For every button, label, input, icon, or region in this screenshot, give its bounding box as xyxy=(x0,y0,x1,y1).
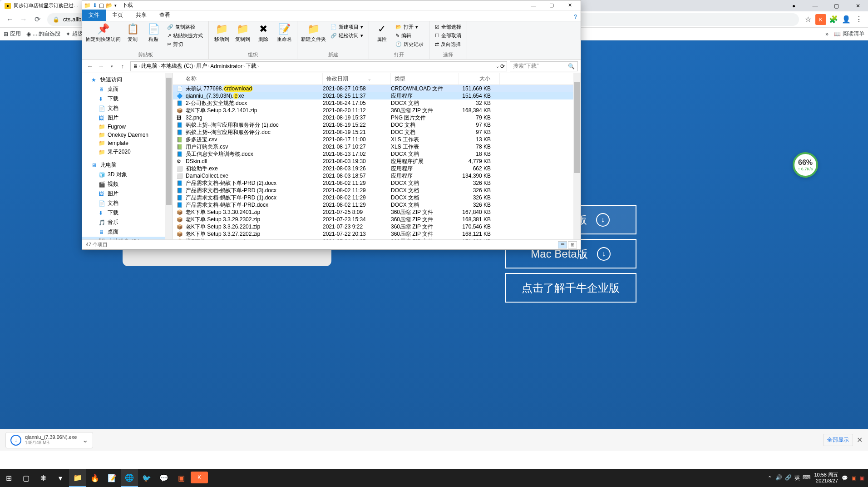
tab-share[interactable]: 共享 xyxy=(129,10,153,21)
nav-fugrow[interactable]: 📁Fugrow xyxy=(82,123,173,131)
copy-path-button[interactable]: 🔗复制路径 xyxy=(165,23,205,31)
tab-home[interactable]: 主页 xyxy=(106,10,129,21)
nav-pictures[interactable]: 🖼图片 xyxy=(82,113,173,123)
taskbar-wechat[interactable]: 💬 xyxy=(155,469,173,487)
newfolder-button[interactable]: 📁新建文件夹 xyxy=(301,23,326,43)
select-all-button[interactable]: ☑全部选择 xyxy=(433,23,463,31)
enterprise-button[interactable]: 点击了解千牛企业版 xyxy=(505,273,636,303)
nav-desktop[interactable]: 🖥桌面 xyxy=(82,84,173,94)
tab-view[interactable]: 查看 xyxy=(153,10,177,21)
profile-icon[interactable]: 👤 xyxy=(841,14,852,25)
col-name[interactable]: 名称 xyxy=(173,73,323,84)
file-row[interactable]: 📦老K下单 Setup 3.3.27.2202.zip2021-07-22 20… xyxy=(173,230,581,238)
up-icon[interactable]: ↑ xyxy=(118,61,128,71)
refresh-icon[interactable]: ⟳ xyxy=(500,63,505,70)
nav-downloads2[interactable]: ⬇下载 xyxy=(82,208,173,218)
nav-guozi[interactable]: 📁果子2020 xyxy=(82,147,173,157)
file-list[interactable]: 名称 修改日期 ⌄ 类型 大小 📄未确认 777698.crdownload20… xyxy=(173,73,581,239)
volume-icon[interactable]: 🔊 xyxy=(775,474,782,482)
taskbar-app-2[interactable]: ▾ xyxy=(52,469,69,487)
file-row[interactable]: 📘产品需求文档-蚂蚁下单-PRD (3).docx2021-08-02 11:2… xyxy=(173,187,581,194)
paste-button[interactable]: 📄粘贴 xyxy=(144,23,163,43)
tray-app-2[interactable]: ▣ xyxy=(860,475,864,481)
download-bar-close-icon[interactable]: ✕ xyxy=(857,436,863,444)
task-view-icon[interactable]: ▢ xyxy=(17,469,35,487)
nav-pictures2[interactable]: 🖼图片 xyxy=(82,189,173,199)
back-icon[interactable]: ← xyxy=(4,13,16,26)
file-row[interactable]: 📘产品需求文档-蚂蚁下单-PRD (2).docx2021-08-02 11:2… xyxy=(173,179,581,187)
crumb-administrator[interactable]: Administrator› xyxy=(210,63,245,70)
qat-down-icon[interactable]: ⬇ xyxy=(93,2,97,9)
cut-button[interactable]: ✂剪切 xyxy=(165,40,205,48)
file-row[interactable]: 🔷qianniu_(7.39.03N).exe2021-08-25 11:37应… xyxy=(173,92,581,99)
delete-button[interactable]: ✖删除 xyxy=(254,23,272,43)
close-icon[interactable]: ✕ xyxy=(561,0,579,10)
nav-music[interactable]: 🎵音乐 xyxy=(82,218,173,227)
file-scrollbar[interactable] xyxy=(573,73,581,239)
easy-access-button[interactable]: 🔗轻松访问 ▾ xyxy=(329,32,365,40)
ext-k-icon[interactable]: K xyxy=(815,14,826,25)
col-size[interactable]: 大小 xyxy=(459,73,500,84)
taskbar-app-1[interactable]: ❋ xyxy=(35,469,52,487)
ime-label[interactable]: 英 xyxy=(794,474,800,482)
edit-button[interactable]: ✎编辑 xyxy=(394,32,425,40)
crumb-this-pc[interactable]: 此电脑› xyxy=(141,62,160,70)
nav-template[interactable]: 📁template xyxy=(82,139,173,147)
forward-icon[interactable]: → xyxy=(96,61,106,71)
properties-button[interactable]: ✓属性 xyxy=(373,23,391,43)
explorer-titlebar[interactable]: 📁 ⬇ ▢ 📂 ▾ 下载 — ▢ ✕ xyxy=(82,0,581,10)
file-row[interactable]: 📘蚂蚁上货--淘宝应用和服务评分.doc2021-08-19 15:21DOC … xyxy=(173,129,581,136)
nav-documents[interactable]: 📄文档 xyxy=(82,104,173,113)
nav-onekey[interactable]: 📁Onekey Daemon xyxy=(82,131,173,139)
file-row[interactable]: 📘2-公司数据安全规范.docx2021-08-24 17:05DOCX 文档3… xyxy=(173,99,581,107)
rename-button[interactable]: 📝重命名 xyxy=(275,23,293,43)
qat-folder-icon[interactable]: 📂 xyxy=(106,2,113,9)
taskbar-app-5[interactable]: 🐦 xyxy=(138,469,155,487)
search-box[interactable]: 搜索"下载" 🔍 xyxy=(510,61,578,71)
select-none-button[interactable]: ☐全部取消 xyxy=(433,32,463,40)
file-row[interactable]: ⬜DamaiCollect.exe2021-08-03 18:57应用程序134… xyxy=(173,172,581,179)
nav-downloads[interactable]: ⬇下载 xyxy=(82,94,173,104)
copyto-button[interactable]: 📁复制到 xyxy=(233,23,252,43)
icons-view-icon[interactable]: ⊞ xyxy=(568,241,577,248)
recent-dropdown-icon[interactable]: ▾ xyxy=(107,61,117,71)
chrome-account-icon[interactable]: ● xyxy=(784,0,804,11)
back-icon[interactable]: ← xyxy=(85,61,95,71)
chrome-minimize-icon[interactable]: — xyxy=(805,0,825,11)
col-type[interactable]: 类型 xyxy=(391,73,459,84)
file-row[interactable]: 📦橙E下单setup_for_win.zip2021-07-21 14:2536… xyxy=(173,238,581,239)
bookmark-1[interactable]: ◉ ....的自选股 xyxy=(26,30,60,38)
nav-scrollbar[interactable] xyxy=(165,73,173,239)
tray-app-1[interactable]: ▣ xyxy=(852,475,856,481)
reload-icon[interactable]: ⟳ xyxy=(31,13,44,26)
taskbar-app-6[interactable]: ▣ xyxy=(173,469,190,487)
col-date[interactable]: 修改日期 ⌄ xyxy=(323,73,391,84)
file-row[interactable]: 🖼32.png2021-08-19 15:37PNG 图片文件79 KB xyxy=(173,114,581,121)
moveto-button[interactable]: 📁移动到 xyxy=(212,23,231,43)
nav-this-pc[interactable]: 🖥此电脑 xyxy=(82,160,173,170)
download-item[interactable]: ↓ qianniu_(7.39.06N).exe 148/148 MB ⌄ xyxy=(5,432,93,448)
taskbar-chrome[interactable]: 🌐 xyxy=(121,469,138,487)
chrome-tab[interactable]: ● 同步订单店铺显示订购已过期... ✕ xyxy=(0,0,91,11)
star-icon[interactable]: ☆ xyxy=(803,14,814,25)
perf-widget[interactable]: 66% ↑ 6.7K/s xyxy=(793,152,818,178)
file-row[interactable]: 📘产品需求文档-蚂蚁下单-PRD (1).docx2021-08-02 11:2… xyxy=(173,194,581,201)
file-row[interactable]: 📦老K下单 Setup 3.3.26.2201.zip2021-07-23 9:… xyxy=(173,223,581,230)
forward-icon[interactable]: → xyxy=(17,13,30,26)
qat-properties-icon[interactable]: ▢ xyxy=(99,2,104,9)
breadcrumb[interactable]: 🖥› 此电脑› 本地磁盘 (C:)› 用户› Administrator› 下载… xyxy=(130,61,507,71)
keyboard-icon[interactable]: ⌨ xyxy=(803,474,810,482)
nav-documents2[interactable]: 📄文档 xyxy=(82,199,173,208)
clock[interactable]: 10:58 周五 2021/8/27 xyxy=(814,472,838,484)
apps-button[interactable]: ⊞ 应用 xyxy=(4,30,21,38)
file-row[interactable]: ⬜初妆助手.exe2021-08-03 19:26应用程序662 KB xyxy=(173,165,581,172)
crumb-downloads[interactable]: 下载› xyxy=(246,62,259,70)
file-row[interactable]: ⚙DSkin.dll2021-08-03 19:30应用程序扩展4,779 KB xyxy=(173,158,581,165)
minimize-icon[interactable]: — xyxy=(524,0,542,10)
paste-shortcut-button[interactable]: ↗粘贴快捷方式 xyxy=(165,32,205,40)
tray-chevron-icon[interactable]: ⌃ xyxy=(768,475,772,481)
start-button[interactable]: ⊞ xyxy=(0,469,17,487)
crumb-users[interactable]: 用户› xyxy=(196,62,209,70)
nav-pane[interactable]: ★快速访问 🖥桌面 ⬇下载 📄文档 🖼图片 📁Fugrow 📁Onekey Da… xyxy=(82,73,173,239)
nav-videos[interactable]: 🎬视频 xyxy=(82,179,173,189)
